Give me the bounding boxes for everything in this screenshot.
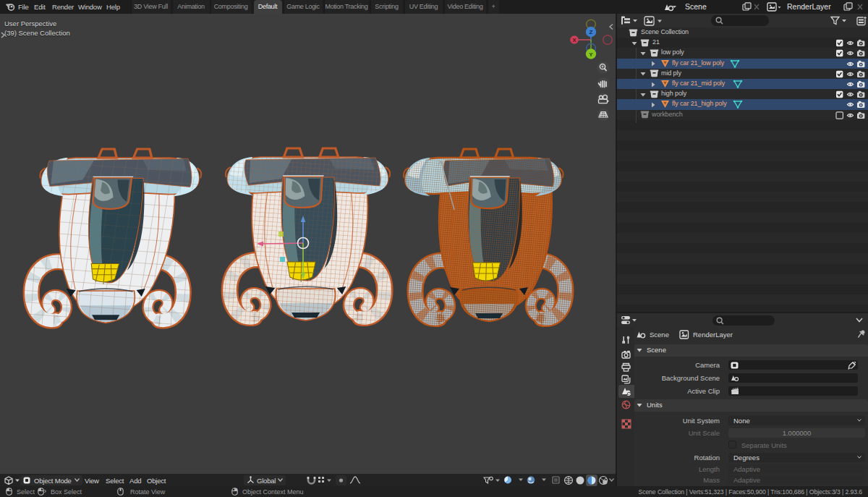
svg-text:Z: Z bbox=[590, 29, 593, 35]
svg-text:X: X bbox=[572, 37, 576, 43]
svg-text:Y: Y bbox=[589, 51, 593, 58]
